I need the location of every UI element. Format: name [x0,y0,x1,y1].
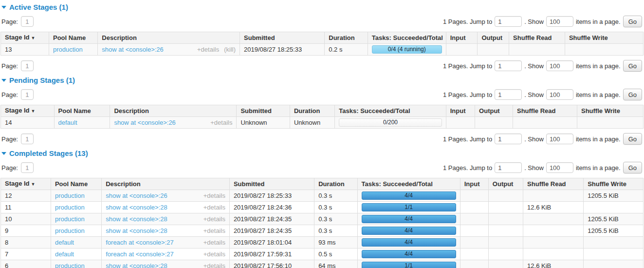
pages-count-text: 1 Pages. Jump to [443,91,492,98]
submitted-cell: 2019/08/27 18:01:04 [229,237,314,249]
details-toggle[interactable]: +details [203,215,225,223]
column-header-stage-id[interactable]: Stage Id▼ [1,178,51,190]
stage-description-link[interactable]: foreach at <console>:27 [106,250,174,258]
column-header-submitted[interactable]: Submitted [240,32,325,44]
stage-id-cell: 9 [1,225,51,237]
column-header-tasks-succeeded-total[interactable]: Tasks: Succeeded/Total [357,178,460,190]
column-header-pool-name[interactable]: Pool Name [54,105,110,117]
column-header-output[interactable]: Output [478,32,509,44]
column-header-description[interactable]: Description [98,32,240,44]
stage-description-link[interactable]: foreach at <console>:27 [106,239,174,246]
column-label: Input [450,34,466,41]
pool-link[interactable]: default [55,239,74,246]
stage-description-link[interactable]: show at <console>:26 [102,46,163,53]
pool-link[interactable]: default [58,119,77,126]
section-title: Pending Stages (1) [9,76,75,84]
sort-desc-icon: ▼ [31,36,36,40]
go-button[interactable]: Go [623,162,642,173]
page-input[interactable] [21,16,34,27]
column-header-submitted[interactable]: Submitted [229,178,314,190]
stage-id-cell: 14 [1,117,55,129]
show-count-input[interactable] [546,16,573,27]
stage-description-link[interactable]: show at <console>:26 [114,119,175,126]
shuffle-write-cell [584,237,644,249]
pool-link[interactable]: production [55,262,85,268]
stage-description-link[interactable]: show at <console>:28 [106,262,167,268]
column-header-shuffle-write[interactable]: Shuffle Write [584,178,644,190]
show-count-input[interactable] [546,89,573,100]
stage-description-link[interactable]: show at <console>:28 [106,215,167,223]
jump-to-input[interactable] [495,16,522,27]
details-toggle[interactable]: +details [203,262,225,268]
show-count-input[interactable] [546,162,573,173]
details-toggle[interactable]: +details [210,119,232,126]
stage-description-link[interactable]: show at <console>:28 [106,204,167,211]
column-label: Description [106,180,141,188]
column-header-input[interactable]: Input [446,32,478,44]
pool-link[interactable]: default [55,250,74,258]
pool-link[interactable]: production [53,46,83,53]
column-header-shuffle-write[interactable]: Shuffle Write [577,105,643,117]
table-header-row: Stage Id▼Pool NameDescriptionSubmittedDu… [1,32,644,44]
pool-link[interactable]: production [55,215,85,223]
section-heading-completed[interactable]: Completed Stages (13) [1,149,644,157]
go-button[interactable]: Go [623,89,642,100]
shuffle-write-cell [584,260,644,268]
column-header-stage-id[interactable]: Stage Id▼ [1,105,55,117]
page-input[interactable] [21,89,34,100]
column-label: Duration [329,34,354,41]
go-button[interactable]: Go [623,133,642,145]
go-button[interactable]: Go [623,16,642,27]
page-label: Page: [1,164,18,172]
tasks-progress-bar: 1/1 [362,262,456,268]
column-header-tasks-succeeded-total[interactable]: Tasks: Succeeded/Total [335,105,446,117]
jump-to-input[interactable] [495,89,522,100]
column-header-output[interactable]: Output [488,178,523,190]
details-toggle[interactable]: +details [197,46,219,53]
pool-link[interactable]: production [55,227,85,234]
column-header-shuffle-read[interactable]: Shuffle Read [509,32,565,44]
details-toggle[interactable]: +details [203,192,225,199]
column-header-shuffle-read[interactable]: Shuffle Read [513,105,577,117]
pool-link[interactable]: production [55,204,85,211]
column-label: Stage Id [5,34,30,41]
details-toggle[interactable]: +details [203,250,225,258]
page-input[interactable] [21,162,34,173]
column-header-input[interactable]: Input [460,178,488,190]
section-heading-pending[interactable]: Pending Stages (1) [1,76,644,84]
show-count-input[interactable] [546,134,573,144]
column-header-shuffle-write[interactable]: Shuffle Write [565,32,643,44]
output-cell [488,260,523,268]
column-header-shuffle-read[interactable]: Shuffle Read [523,178,584,190]
column-header-output[interactable]: Output [475,105,513,117]
pool-link[interactable]: production [55,192,85,199]
column-label: Pool Name [55,180,88,188]
column-header-description[interactable]: Description [102,178,230,190]
pagination-controls: 1 Pages. Jump to . Show items in a page.… [443,162,644,173]
stage-description-link[interactable]: show at <console>:26 [106,192,167,199]
go-button[interactable]: Go [623,60,642,72]
column-header-duration[interactable]: Duration [314,178,357,190]
column-header-duration[interactable]: Duration [325,32,368,44]
column-header-input[interactable]: Input [446,105,475,117]
details-toggle[interactable]: +details [203,227,225,234]
kill-link[interactable]: (kill) [224,46,236,53]
column-header-tasks-succeeded-total[interactable]: Tasks: Succeeded/Total [368,32,446,44]
column-header-pool-name[interactable]: Pool Name [51,178,101,190]
column-header-submitted[interactable]: Submitted [237,105,290,117]
column-header-stage-id[interactable]: Stage Id▼ [1,32,49,44]
section-heading-active[interactable]: Active Stages (1) [1,3,644,11]
column-header-description[interactable]: Description [110,105,237,117]
jump-to-input[interactable] [495,134,522,144]
column-header-pool-name[interactable]: Pool Name [49,32,98,44]
stage-description-link[interactable]: show at <console>:28 [106,227,167,234]
show-count-input[interactable] [546,60,573,71]
details-toggle[interactable]: +details [203,204,225,211]
output-cell [488,190,523,202]
details-toggle[interactable]: +details [203,239,225,246]
page-input[interactable] [21,60,34,71]
jump-to-input[interactable] [495,162,522,173]
page-input[interactable] [21,134,34,144]
jump-to-input[interactable] [495,60,522,71]
column-header-duration[interactable]: Duration [290,105,334,117]
